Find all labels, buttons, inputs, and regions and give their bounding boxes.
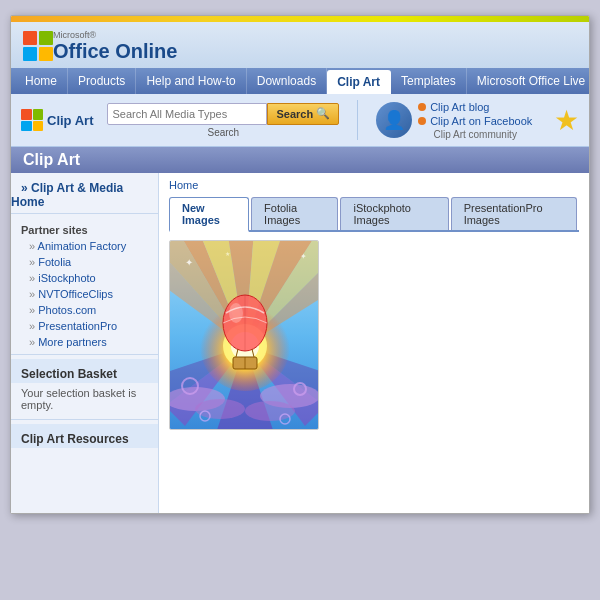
sidebar-divider-2 (11, 354, 158, 355)
community-links-area: Clip Art blog Clip Art on Facebook Clip … (418, 101, 532, 140)
sidebar-divider-3 (11, 419, 158, 420)
community-row-facebook: Clip Art on Facebook (418, 115, 532, 127)
sidebar-link-istockphoto[interactable]: iStockphoto (11, 270, 158, 286)
svg-point-30 (245, 401, 295, 421)
tab-istockphoto-images[interactable]: iStockphoto Images (340, 197, 448, 230)
clip-art-image-svg: ✦ ✦ ★ (170, 241, 319, 430)
office-logo-text: Microsoft® Office Online (53, 30, 177, 62)
bar-divider (357, 100, 358, 140)
tab-presentationpro-images[interactable]: PresentationPro Images (451, 197, 577, 230)
bullet-facebook (418, 117, 426, 125)
clip-art-small-icon (21, 109, 43, 131)
sidebar-link-fotolia[interactable]: Fotolia (11, 254, 158, 270)
search-magnifier-icon: 🔍 (316, 107, 330, 120)
sidebar-link-photoscom[interactable]: Photos.com (11, 302, 158, 318)
nav-downloads[interactable]: Downloads (247, 68, 327, 94)
svg-text:✦: ✦ (300, 252, 307, 261)
nav-bar: Home Products Help and How-to Downloads … (11, 68, 589, 94)
svg-text:★: ★ (225, 251, 230, 257)
svg-text:✦: ✦ (185, 257, 193, 268)
nav-templates[interactable]: Templates (391, 68, 467, 94)
svg-point-28 (195, 399, 245, 419)
community-avatar-icon: 👤 (376, 102, 412, 138)
bullet-blog (418, 103, 426, 111)
page-title: Clip Art (23, 151, 80, 168)
tab-new-images[interactable]: New Images (169, 197, 249, 232)
microsoft-logo-icon (23, 31, 53, 61)
sidebar-link-animation-factory[interactable]: Animation Factory (11, 238, 158, 254)
search-input[interactable] (107, 103, 267, 125)
search-button[interactable]: Search 🔍 (267, 103, 339, 125)
search-sub-label: Search (207, 127, 239, 138)
nav-help[interactable]: Help and How-to (136, 68, 246, 94)
main-window: Microsoft® Office Online Home Products H… (10, 15, 590, 514)
clip-art-bar: Clip Art Search 🔍 Search 👤 Clip Art blog (11, 94, 589, 147)
community-footer-label: Clip Art community (418, 129, 532, 140)
community-row-blog: Clip Art blog (418, 101, 532, 113)
sidebar-link-presentationpro[interactable]: PresentationPro (11, 318, 158, 334)
sidebar-link-more-partners[interactable]: More partners (11, 334, 158, 350)
sidebar-selection-basket-text: Your selection basket is empty. (11, 383, 158, 415)
nav-products[interactable]: Products (68, 68, 136, 94)
content-area: Home New Images Fotolia Images iStockpho… (159, 173, 589, 513)
sidebar-divider-1 (11, 213, 158, 214)
office-online-label: Office Online (53, 40, 177, 62)
clip-art-image-display: ✦ ✦ ★ (169, 240, 319, 430)
svg-point-22 (229, 303, 243, 323)
search-area: Search 🔍 Search (107, 103, 339, 138)
tab-fotolia-images[interactable]: Fotolia Images (251, 197, 338, 230)
sidebar-media-home-link[interactable]: » Clip Art & Media Home (11, 177, 123, 213)
search-input-row: Search 🔍 (107, 103, 339, 125)
sidebar: » Clip Art & Media Home Partner sites An… (11, 173, 159, 513)
clip-art-facebook-link[interactable]: Clip Art on Facebook (430, 115, 532, 127)
microsoft-label: Microsoft® (53, 30, 177, 40)
nav-live[interactable]: Microsoft Office Live (467, 68, 590, 94)
tabs-row: New Images Fotolia Images iStockphoto Im… (169, 197, 579, 232)
sidebar-partner-sites-title: Partner sites (11, 218, 158, 238)
page-title-bar: Clip Art (11, 147, 589, 173)
clip-art-icon-area: Clip Art (21, 109, 93, 131)
sidebar-selection-basket-title: Selection Basket (11, 359, 158, 383)
sidebar-resources-title: Clip Art Resources (11, 424, 158, 448)
header: Microsoft® Office Online (11, 22, 589, 68)
community-icon-area: 👤 Clip Art blog Clip Art on Facebook Cli… (376, 101, 532, 140)
breadcrumb[interactable]: Home (169, 179, 579, 191)
clip-art-blog-link[interactable]: Clip Art blog (430, 101, 489, 113)
sidebar-link-nvtofficeclips[interactable]: NVTOfficeClips (11, 286, 158, 302)
main-content: » Clip Art & Media Home Partner sites An… (11, 173, 589, 513)
clip-art-section-label: Clip Art (47, 113, 93, 128)
favorites-star-icon: ★ (554, 104, 579, 137)
nav-home[interactable]: Home (15, 68, 68, 94)
nav-clipart[interactable]: Clip Art (327, 70, 391, 94)
